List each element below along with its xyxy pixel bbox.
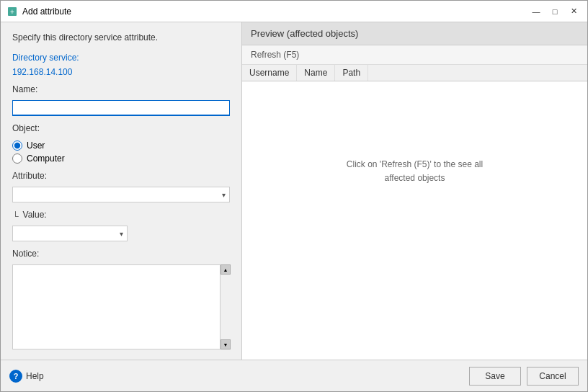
window-title: Add attribute: [22, 6, 528, 17]
directory-service-label: Directory service:: [12, 53, 230, 63]
col-spacer: [368, 65, 587, 81]
name-input[interactable]: [12, 100, 230, 116]
value-label: Value:: [23, 210, 47, 220]
title-bar: + Add attribute — □ ✕: [1, 1, 587, 22]
intro-text: Specify this directory service attribute…: [12, 32, 230, 43]
radio-user-input[interactable]: [12, 141, 22, 151]
cancel-button[interactable]: Cancel: [527, 367, 579, 386]
preview-header: Preview (affected objects): [242, 22, 587, 45]
svg-text:+: +: [10, 8, 14, 16]
scrollbar-up-button[interactable]: ▲: [220, 264, 231, 275]
table-header-row: Username Name Path: [242, 65, 587, 81]
object-section: Object: User Computer: [12, 123, 230, 164]
object-radio-group: User Computer: [12, 141, 230, 164]
radio-user[interactable]: User: [12, 141, 230, 151]
help-label: Help: [26, 371, 44, 381]
directory-service-value: 192.168.14.100: [12, 67, 230, 77]
col-path: Path: [335, 65, 368, 81]
radio-user-label: User: [27, 141, 45, 151]
notice-textarea-wrapper: ▲ ▼: [12, 264, 230, 349]
value-select[interactable]: [12, 226, 128, 241]
empty-message-text: Click on 'Refresh (F5)' to the see allaf…: [347, 158, 483, 185]
name-label: Name:: [12, 84, 230, 94]
help-icon: ?: [9, 370, 22, 383]
radio-computer[interactable]: Computer: [12, 153, 230, 164]
directory-service-section: Directory service: 192.168.14.100: [12, 53, 230, 77]
bottom-bar: ? Help Save Cancel: [1, 360, 587, 391]
refresh-label[interactable]: Refresh (F5): [251, 50, 299, 60]
attribute-select-wrapper: [12, 187, 230, 202]
col-name: Name: [297, 65, 335, 81]
preview-table: Username Name Path: [242, 65, 587, 81]
empty-message: Click on 'Refresh (F5)' to the see allaf…: [242, 81, 587, 262]
col-username: Username: [242, 65, 297, 81]
scrollbar-down-button[interactable]: ▼: [220, 339, 231, 349]
notice-section: Notice: ▲ ▼: [12, 249, 230, 349]
refresh-bar: Refresh (F5): [242, 45, 587, 65]
radio-computer-label: Computer: [27, 153, 65, 164]
attribute-label: Attribute:: [12, 171, 230, 181]
help-link[interactable]: ? Help: [9, 370, 44, 383]
content-area: Specify this directory service attribute…: [1, 22, 587, 360]
value-select-wrapper: [12, 226, 128, 241]
name-section: Name:: [12, 84, 230, 116]
value-section: └ Value:: [12, 210, 230, 241]
radio-computer-input[interactable]: [12, 153, 22, 164]
notice-textarea[interactable]: [12, 264, 230, 349]
minimize-button[interactable]: —: [528, 4, 544, 19]
main-window: + Add attribute — □ ✕ Specify this direc…: [0, 0, 588, 392]
table-header: Username Name Path: [242, 65, 587, 81]
right-panel: Preview (affected objects) Refresh (F5) …: [242, 22, 587, 360]
save-button[interactable]: Save: [469, 367, 521, 386]
close-button[interactable]: ✕: [566, 4, 582, 19]
value-corner-icon: └: [12, 211, 19, 221]
window-icon: +: [6, 6, 18, 17]
attribute-select[interactable]: [12, 187, 230, 202]
left-panel: Specify this directory service attribute…: [1, 22, 242, 360]
notice-label: Notice:: [12, 249, 230, 259]
attribute-section: Attribute:: [12, 171, 230, 202]
table-area: Username Name Path Click on 'Refresh (F5…: [242, 65, 587, 360]
object-label: Object:: [12, 123, 230, 133]
notice-scrollbar: ▲ ▼: [220, 264, 230, 349]
window-controls: — □ ✕: [528, 4, 582, 19]
value-label-row: └ Value:: [12, 210, 230, 223]
action-buttons: Save Cancel: [469, 367, 579, 386]
maximize-button[interactable]: □: [547, 4, 563, 19]
